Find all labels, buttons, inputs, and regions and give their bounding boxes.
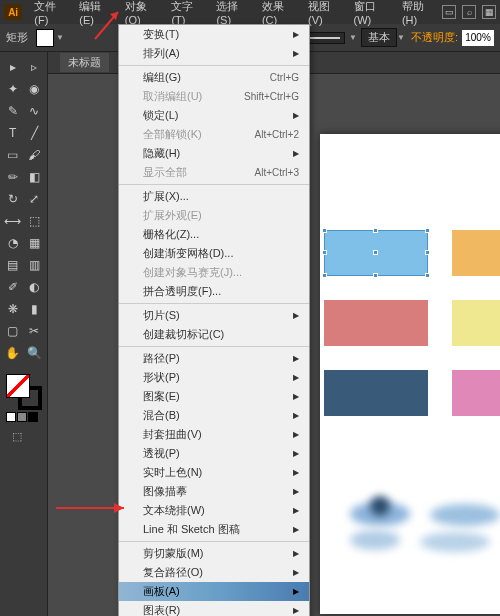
rectangle-orange[interactable] (452, 230, 500, 276)
curvature-tool[interactable]: ∿ (24, 100, 46, 122)
selected-rectangle[interactable] (324, 230, 428, 276)
gradient-tool[interactable]: ▥ (24, 254, 46, 276)
document-tab[interactable]: 未标题 (60, 53, 109, 72)
center-handle[interactable] (373, 250, 378, 255)
eyedropper-tool[interactable]: ✐ (2, 276, 24, 298)
shaper-tool[interactable]: ✏ (2, 166, 24, 188)
fill-color[interactable] (6, 374, 30, 398)
menu-help[interactable]: 帮助(H) (396, 0, 442, 26)
menu-type[interactable]: 文字(T) (165, 0, 210, 26)
resize-handle[interactable] (373, 273, 378, 278)
submenu-arrow-icon: ▶ (293, 49, 299, 58)
menu-item[interactable]: 剪切蒙版(M)▶ (119, 544, 309, 563)
resize-handle[interactable] (425, 273, 430, 278)
menu-effect[interactable]: 效果(C) (256, 0, 302, 26)
symbol-sprayer-tool[interactable]: ❋ (2, 298, 24, 320)
rectangle-red[interactable] (324, 300, 428, 346)
caret-icon[interactable]: ▼ (56, 33, 64, 42)
lasso-tool[interactable]: ◉ (24, 78, 46, 100)
graph-tool[interactable]: ▮ (24, 298, 46, 320)
slice-tool[interactable]: ✂ (24, 320, 46, 342)
menu-item[interactable]: 排列(A)▶ (119, 44, 309, 63)
caret-icon[interactable]: ▼ (349, 33, 357, 42)
free-transform-tool[interactable]: ⬚ (24, 210, 46, 232)
style-basic[interactable]: 基本 (361, 28, 397, 47)
mesh-tool[interactable]: ▤ (2, 254, 24, 276)
menu-item[interactable]: 栅格化(Z)... (119, 225, 309, 244)
menu-item[interactable]: 文本绕排(W)▶ (119, 501, 309, 520)
artboard-tool[interactable]: ▢ (2, 320, 24, 342)
menu-item[interactable]: 扩展(X)... (119, 187, 309, 206)
rotate-tool[interactable]: ↻ (2, 188, 24, 210)
resize-handle[interactable] (322, 228, 327, 233)
resize-handle[interactable] (322, 273, 327, 278)
menu-item[interactable]: 封套扭曲(V)▶ (119, 425, 309, 444)
pen-tool[interactable]: ✎ (2, 100, 24, 122)
menu-item[interactable]: 拼合透明度(F)... (119, 282, 309, 301)
resize-handle[interactable] (425, 228, 430, 233)
arrange-icon[interactable]: ▦ (482, 5, 496, 19)
menu-window[interactable]: 窗口(W) (348, 0, 396, 26)
menu-item[interactable]: 创建裁切标记(C) (119, 325, 309, 344)
menu-separator (119, 65, 309, 66)
menu-item[interactable]: 实时上色(N)▶ (119, 463, 309, 482)
menu-item[interactable]: 图案(E)▶ (119, 387, 309, 406)
mini-swatch[interactable] (6, 412, 16, 422)
hand-tool[interactable]: ✋ (2, 342, 24, 364)
menu-item[interactable]: 锁定(L)▶ (119, 106, 309, 125)
menu-item[interactable]: 变换(T)▶ (119, 25, 309, 44)
shape-builder-tool[interactable]: ◔ (2, 232, 24, 254)
menu-view[interactable]: 视图(V) (302, 0, 348, 26)
menu-item[interactable]: 编组(G)Ctrl+G (119, 68, 309, 87)
menu-item[interactable]: 复合路径(O)▶ (119, 563, 309, 582)
menu-file[interactable]: 文件(F) (28, 0, 73, 26)
perspective-tool[interactable]: ▦ (24, 232, 46, 254)
menu-item-label: 图像描摹 (143, 484, 187, 499)
magic-wand-tool[interactable]: ✦ (2, 78, 24, 100)
screen-mode-icon[interactable]: ⬚ (12, 430, 45, 443)
resize-handle[interactable] (322, 250, 327, 255)
blend-tool[interactable]: ◐ (24, 276, 46, 298)
submenu-arrow-icon: ▶ (293, 606, 299, 615)
mini-swatch[interactable] (17, 412, 27, 422)
menu-item[interactable]: 画板(A)▶ (119, 582, 309, 601)
artboard[interactable] (320, 134, 500, 614)
menu-item[interactable]: 透视(P)▶ (119, 444, 309, 463)
scale-tool[interactable]: ⤢ (24, 188, 46, 210)
menu-item[interactable]: 隐藏(H)▶ (119, 144, 309, 163)
type-tool[interactable]: T (2, 122, 24, 144)
opacity-field[interactable]: 100% (462, 30, 494, 46)
submenu-arrow-icon: ▶ (293, 311, 299, 320)
paintbrush-tool[interactable]: 🖌 (24, 144, 46, 166)
menu-item[interactable]: 创建渐变网格(D)... (119, 244, 309, 263)
menu-item[interactable]: 混合(B)▶ (119, 406, 309, 425)
rectangle-yellow[interactable] (452, 300, 500, 346)
resize-handle[interactable] (425, 250, 430, 255)
caret-icon[interactable]: ▼ (397, 33, 405, 42)
rectangle-navy[interactable] (324, 370, 428, 416)
menu-item[interactable]: 图像描摹▶ (119, 482, 309, 501)
menu-item[interactable]: 图表(R)▶ (119, 601, 309, 616)
mini-swatch[interactable] (28, 412, 38, 422)
menu-select[interactable]: 选择(S) (210, 0, 256, 26)
menu-item[interactable]: Line 和 Sketch 图稿▶ (119, 520, 309, 539)
search-icon[interactable]: ⌕ (462, 5, 476, 19)
menu-item[interactable]: 路径(P)▶ (119, 349, 309, 368)
layout-icon[interactable]: ▭ (442, 5, 456, 19)
resize-handle[interactable] (373, 228, 378, 233)
rectangle-tool[interactable]: ▭ (2, 144, 24, 166)
line-tool[interactable]: ╱ (24, 122, 46, 144)
eraser-tool[interactable]: ◧ (24, 166, 46, 188)
fill-stroke-swatches[interactable]: ▼ (36, 29, 64, 47)
menu-item-label: 变换(T) (143, 27, 179, 42)
selection-tool[interactable]: ▸ (2, 56, 24, 78)
rectangle-pink[interactable] (452, 370, 500, 416)
width-tool[interactable]: ⟷ (2, 210, 24, 232)
menu-item[interactable]: 切片(S)▶ (119, 306, 309, 325)
direct-selection-tool[interactable]: ▹ (24, 56, 46, 78)
fill-swatch[interactable] (36, 29, 54, 47)
menu-item[interactable]: 形状(P)▶ (119, 368, 309, 387)
color-swatches[interactable] (6, 374, 42, 410)
menu-item: 扩展外观(E) (119, 206, 309, 225)
zoom-tool[interactable]: 🔍 (24, 342, 46, 364)
